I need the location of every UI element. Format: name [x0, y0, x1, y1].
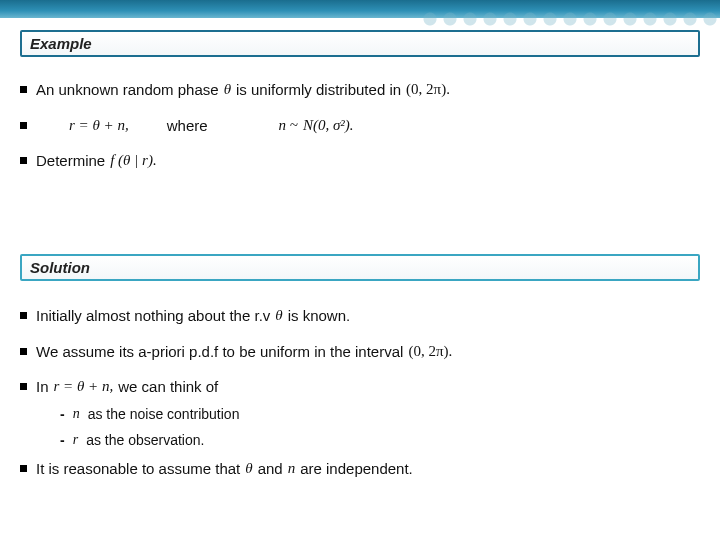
slide: Example An unknown random phase θ is uni…: [0, 0, 720, 540]
square-bullet-icon: [20, 312, 27, 319]
text: Initially almost nothing about the r.v: [36, 306, 270, 326]
text-determine: Determine: [36, 151, 105, 171]
text: is uniformly distributed in: [236, 80, 401, 100]
var-n: n: [288, 459, 296, 479]
bullet-line-determine: Determine f (θ | r).: [20, 151, 700, 171]
sub-list: - n as the noise contribution - r as the…: [60, 405, 700, 449]
n-distributed: n ~: [279, 116, 298, 136]
bullet-line-model: r = θ + n, where n ~ N(0, σ²).: [20, 116, 700, 136]
var-n: n: [73, 405, 80, 423]
bullet-line-independent: It is reasonable to assume that θ and n …: [20, 459, 700, 479]
sub-item-r: - r as the observation.: [60, 431, 700, 449]
text: as the noise contribution: [88, 405, 240, 423]
top-decor-bar: [0, 0, 720, 18]
text-where: where: [167, 116, 208, 136]
bullet-line-phase: An unknown random phase θ is uniformly d…: [20, 80, 700, 100]
square-bullet-icon: [20, 86, 27, 93]
text: is known.: [288, 306, 351, 326]
equation-r: r = θ + n,: [69, 116, 129, 136]
square-bullet-icon: [20, 348, 27, 355]
example-content: An unknown random phase θ is uniformly d…: [20, 70, 700, 187]
square-bullet-icon: [20, 122, 27, 129]
heading-solution: Solution: [20, 254, 700, 281]
text: as the observation.: [86, 431, 204, 449]
var-r: r: [73, 431, 78, 449]
text-think: we can think of: [118, 377, 218, 397]
bullet-line-initially: Initially almost nothing about the r.v θ…: [20, 306, 700, 326]
text: An unknown random phase: [36, 80, 219, 100]
text-in: In: [36, 377, 49, 397]
theta-symbol: θ: [245, 459, 252, 479]
posterior-density: f (θ | r).: [110, 151, 157, 171]
interval-0-2pi: (0, 2π).: [406, 80, 450, 100]
dash-icon: -: [60, 405, 65, 423]
solution-content: Initially almost nothing about the r.v θ…: [20, 296, 700, 494]
normal-dist: N(0, σ²).: [303, 116, 354, 136]
text-and: and: [258, 459, 283, 479]
theta-symbol: θ: [224, 80, 231, 100]
square-bullet-icon: [20, 383, 27, 390]
heading-example: Example: [20, 30, 700, 57]
interval-0-2pi: (0, 2π).: [408, 342, 452, 362]
text: are independent.: [300, 459, 413, 479]
bullet-line-assume-prior: We assume its a-priori p.d.f to be unifo…: [20, 342, 700, 362]
text: We assume its a-priori p.d.f to be unifo…: [36, 342, 403, 362]
equation-r: r = θ + n,: [54, 377, 114, 397]
sub-item-n: - n as the noise contribution: [60, 405, 700, 423]
dash-icon: -: [60, 431, 65, 449]
square-bullet-icon: [20, 157, 27, 164]
square-bullet-icon: [20, 465, 27, 472]
text: It is reasonable to assume that: [36, 459, 240, 479]
theta-symbol: θ: [275, 306, 282, 326]
bullet-line-in-model: In r = θ + n, we can think of: [20, 377, 700, 397]
